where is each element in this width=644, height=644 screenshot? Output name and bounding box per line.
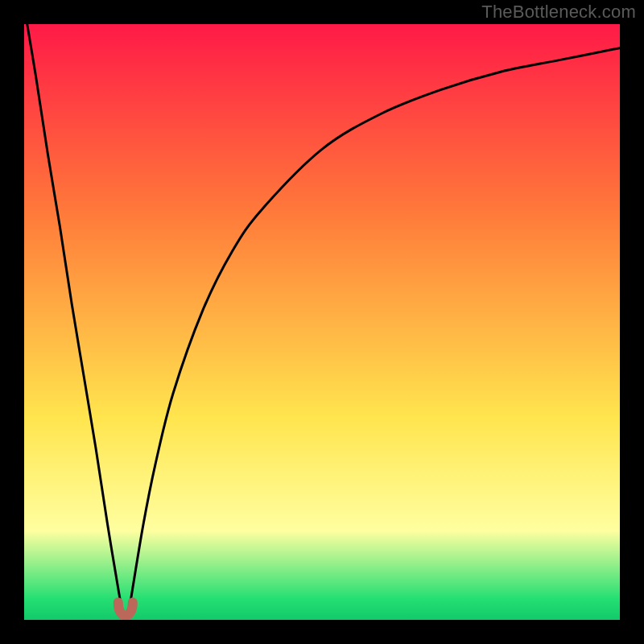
watermark-text: TheBottleneck.com <box>481 2 636 23</box>
chart-frame: { "watermark": "TheBottleneck.com", "col… <box>0 0 644 644</box>
bottleneck-chart <box>24 24 620 620</box>
gradient-background <box>24 24 620 620</box>
